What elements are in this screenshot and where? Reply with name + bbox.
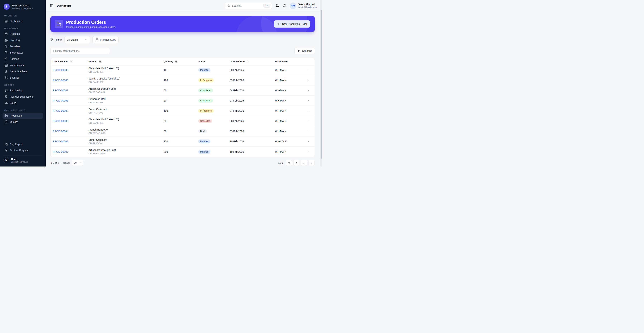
quantity-cell: 80 [162, 130, 196, 133]
column-header-quantity: Quantity [162, 60, 196, 63]
table-row[interactable]: PROD-00004 French Baguette CB-BREAD-002 … [50, 126, 315, 136]
sidebar-item[interactable]: Production [2, 112, 43, 119]
ellipsis-icon [306, 150, 309, 153]
profile-menu[interactable]: SM Sarah Mitchell admin@frostbyte.io [290, 2, 317, 9]
search-icon [228, 4, 230, 7]
sidebar-user[interactable]: N User user@frostbyte.co [2, 157, 43, 164]
timer-icon [4, 57, 8, 60]
table-row[interactable]: PROD-00007 Artisan Sourdough Loaf CB-BRE… [50, 147, 315, 157]
rows-label: Rows: [63, 162, 70, 164]
theme-toggle-button[interactable] [282, 4, 286, 8]
sidebar-item[interactable]: Stock Takes [2, 50, 43, 56]
chevron-down-icon [85, 38, 88, 41]
sidebar-item[interactable]: Sales [2, 100, 43, 106]
sidebar-item[interactable]: Transfers [2, 43, 43, 50]
table-row[interactable]: PROD-00008 Butter Croissant CB-PAST-001 … [50, 136, 315, 147]
order-number-link[interactable]: PROD-00007 [53, 150, 68, 153]
product-name: Chocolate Mud Cake (10") [88, 67, 160, 70]
ellipsis-icon [306, 79, 309, 82]
sort-icon[interactable] [70, 60, 72, 63]
planned-start-date-button[interactable]: Planned Start [92, 36, 118, 43]
sidebar-item[interactable]: Quality [2, 119, 43, 125]
sort-icon[interactable] [99, 60, 101, 63]
order-number-link[interactable]: PROD-00001 [53, 89, 68, 92]
chevron-right-icon [303, 162, 305, 164]
row-actions-button[interactable] [305, 98, 310, 103]
sidebar-item-label: Warehouses [10, 64, 24, 66]
user-avatar: N [3, 157, 9, 163]
planned-start-cell: 08 Feb 2026 [228, 68, 273, 72]
sidebar-item[interactable]: Inventory [2, 37, 43, 43]
search-shortcut-badge: ⌘ K [264, 4, 270, 8]
order-number-link[interactable]: PROD-00002 [53, 110, 68, 112]
order-number-link[interactable]: PROD-00006 [53, 79, 68, 82]
warehouse-cell: WH-MAIN [273, 120, 303, 122]
order-number-link[interactable]: PROD-00008 [53, 140, 68, 143]
sidebar-footer-item[interactable]: Bug Report [2, 142, 43, 147]
sidebar-item[interactable]: Reorder Suggestions [2, 94, 43, 100]
ellipsis-icon [306, 120, 309, 122]
table-row[interactable]: PROD-00002 Butter Croissant CB-PAST-001 … [50, 106, 315, 116]
order-number-link[interactable]: PROD-00003 [53, 68, 68, 72]
table-row[interactable]: PROD-00003 Chocolate Mud Cake (10") CB-C… [50, 65, 315, 75]
order-number-link[interactable]: PROD-00005 [53, 99, 68, 102]
sidebar-toggle-button[interactable] [50, 4, 54, 8]
warehouse-cell: WH-COLD [273, 140, 303, 143]
ellipsis-icon [306, 140, 309, 143]
row-actions-button[interactable] [305, 78, 310, 83]
sidebar-item-label: Stock Takes [10, 51, 23, 54]
sidebar-item[interactable]: Purchasing [2, 87, 43, 94]
quantity-cell: 150 [162, 140, 196, 143]
chevrons-right-icon [310, 162, 313, 164]
column-header-planned-start: Planned Start [228, 60, 273, 63]
table-header-row: Order Number Product Quantity Status Pla… [50, 58, 315, 65]
columns-button[interactable]: Columns [294, 47, 315, 54]
row-actions-button[interactable] [305, 88, 310, 93]
row-actions-button[interactable] [305, 139, 310, 144]
previous-page-button[interactable] [293, 160, 300, 166]
last-page-button[interactable] [308, 160, 314, 166]
quantity-cell: 100 [162, 110, 196, 112]
next-page-button[interactable] [301, 160, 307, 166]
funnel-icon [50, 38, 53, 41]
sort-icon[interactable] [175, 60, 177, 63]
row-actions-button[interactable] [305, 129, 310, 134]
product-name: French Baguette [88, 128, 160, 131]
search-input[interactable]: Search... ⌘ K [225, 2, 272, 9]
rows-per-page-select[interactable]: 20 [72, 160, 83, 166]
row-actions-button[interactable] [305, 108, 310, 113]
banner-icon-box [54, 20, 63, 28]
sidebar-item[interactable]: Warehouses [2, 62, 43, 68]
table-row[interactable]: PROD-00005 Cinnamon Roll CB-PAST-002 60 … [50, 96, 315, 106]
table-row[interactable]: PROD-00009 Chocolate Mud Cake (10") CB-C… [50, 116, 315, 126]
scrollbar[interactable] [320, 0, 322, 166]
order-number-link[interactable]: PROD-00009 [53, 120, 68, 122]
sort-icon[interactable] [246, 60, 249, 63]
sidebar-footer-item[interactable]: Feature Request [2, 147, 43, 153]
first-page-button[interactable] [286, 160, 292, 166]
panel-left-icon [50, 4, 54, 8]
sidebar-item[interactable]: Batches [2, 56, 43, 62]
scrollbar-thumb[interactable] [320, 10, 322, 158]
status-badge: Completed [198, 99, 213, 102]
row-actions-button[interactable] [305, 149, 310, 154]
status-filter-select[interactable]: All Status [64, 36, 90, 43]
new-production-order-button[interactable]: New Production Order [274, 20, 310, 28]
sidebar-item[interactable]: Dashboard [2, 18, 43, 24]
product-sku: CB-PAST-001 [88, 142, 160, 145]
sidebar-footer: Bug Report Feature Request N User user@f… [2, 142, 43, 164]
table-row[interactable]: PROD-00006 Vanilla Cupcake (box of 12) C… [50, 75, 315, 86]
product-sku: CB-CAKE-001 [88, 122, 160, 124]
table-footer: 1-9 of 9 | Rows: 20 1 / 1 [50, 157, 315, 166]
warehouse-cell: WH-MAIN [273, 110, 303, 112]
page-indicator: 1 / 1 [278, 162, 283, 164]
row-actions-button[interactable] [305, 118, 310, 124]
order-number-filter-input[interactable] [50, 47, 110, 54]
sidebar-item[interactable]: Serial Numbers [2, 68, 43, 74]
notifications-button[interactable] [276, 4, 279, 8]
sidebar-item[interactable]: Products [2, 31, 43, 37]
row-actions-button[interactable] [305, 68, 310, 72]
table-row[interactable]: PROD-00001 Artisan Sourdough Loaf CB-BRE… [50, 86, 315, 96]
sidebar-item[interactable]: Scanner [2, 75, 43, 81]
order-number-link[interactable]: PROD-00004 [53, 130, 68, 133]
